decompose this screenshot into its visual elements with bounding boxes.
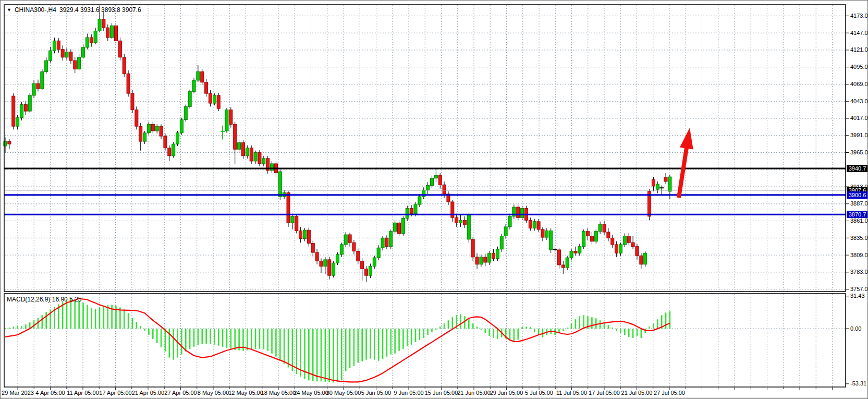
candle-bull	[16, 118, 19, 126]
candle-bear	[611, 238, 614, 245]
candle-bear	[164, 136, 167, 148]
candle-bear	[529, 220, 532, 228]
candle-bear	[201, 72, 204, 82]
time-axis-label: 12 May 05:00	[228, 390, 263, 396]
candle-bear	[205, 82, 208, 93]
candle-bull	[619, 245, 622, 253]
candle-bull	[147, 124, 150, 132]
trading-terminal-window: ▼ CHINA300-,H4 3929.4 3931.6 3893.8 3907…	[0, 0, 868, 399]
candle-bull	[85, 38, 89, 47]
candle-bull	[180, 120, 183, 133]
candle-bull	[623, 236, 626, 245]
macd-name: MACD(12,26,9)	[7, 296, 50, 303]
candle-bear	[398, 223, 401, 233]
candle-bear	[69, 52, 72, 61]
candle-bull	[41, 72, 44, 89]
candle-bear	[541, 229, 544, 237]
candle-bull	[401, 219, 405, 234]
symbol-dropdown-icon[interactable]: ▼	[7, 8, 11, 13]
candle-bull	[225, 110, 228, 131]
candle-bull	[496, 249, 499, 259]
candle-bull	[369, 266, 372, 275]
candle-bull	[594, 232, 597, 241]
candle-bear	[561, 265, 565, 268]
candle-bear	[287, 192, 290, 223]
candle-bull	[53, 41, 56, 51]
candle-bear	[438, 176, 442, 185]
price-axis-label: 3887.0	[850, 200, 868, 207]
panel-frames	[4, 5, 849, 390]
candle-bull	[32, 83, 35, 95]
candle-bull	[155, 126, 158, 131]
candle-bear	[36, 83, 40, 89]
candle-bear	[631, 243, 634, 247]
candle-bear	[410, 209, 413, 214]
candle-bear	[307, 230, 310, 243]
candle-bear	[615, 245, 618, 253]
symbol-period-label: CHINA300-,H4	[15, 6, 56, 14]
candle-bear	[443, 185, 446, 194]
candle-bull	[521, 209, 524, 218]
candle-bear	[118, 41, 121, 57]
time-axis-label: 24 May 05:00	[294, 390, 328, 396]
candle-bear	[627, 236, 630, 243]
candle-bear	[315, 252, 319, 261]
candle-bull	[418, 197, 421, 204]
candle-bull	[533, 222, 536, 228]
candle-bull	[582, 232, 585, 247]
candle-bear	[607, 232, 610, 238]
candle-bear	[74, 61, 77, 69]
price-axis-label: 4043.0	[850, 98, 868, 104]
time-axis-label: 21 Jun 05:00	[457, 390, 491, 396]
price-axis-label: 4173.0	[850, 13, 868, 19]
candle-bull	[500, 236, 503, 249]
candle-bear	[590, 236, 593, 241]
candle-bear	[557, 250, 560, 265]
candle-bear	[61, 50, 64, 57]
candle-bull	[184, 106, 187, 119]
candle-bear	[106, 28, 109, 38]
time-axis-label: 21 Apr 05:00	[132, 390, 164, 396]
price-axis-label: 3783.0	[850, 269, 868, 275]
candle-bull	[480, 257, 483, 264]
candle-bull	[254, 153, 257, 161]
candle-bull	[406, 209, 409, 219]
candle-bull	[373, 258, 376, 266]
candle-bull	[549, 231, 553, 250]
price-axis-label: 3991.0	[850, 132, 868, 138]
candle-bull	[459, 220, 462, 223]
candle-bull	[467, 215, 470, 239]
trend-arrow[interactable]	[679, 128, 693, 198]
candle-bear	[241, 143, 244, 156]
candle-bull	[656, 184, 659, 189]
time-axis-label: 27 Apr 05:00	[164, 390, 197, 396]
candle-bull	[324, 260, 327, 267]
candle-bear	[139, 126, 142, 141]
candle-bull	[504, 227, 507, 236]
candle-bull	[598, 224, 602, 232]
candle-bear	[348, 235, 351, 243]
candle-bull	[94, 31, 97, 43]
time-axis-label: 27 Jul 05:00	[654, 390, 685, 396]
candle-bear	[603, 224, 606, 232]
candle-bull	[213, 95, 216, 103]
macd-axis-label: 0.00	[850, 325, 861, 332]
candle-bear	[258, 153, 261, 164]
candle-bear	[475, 257, 479, 264]
candle-bull	[291, 216, 294, 223]
candle-bear	[463, 220, 466, 225]
time-axis-label: 11 Apr 05:00	[67, 390, 99, 396]
candle-bear	[365, 269, 368, 276]
candle-bear	[135, 110, 138, 127]
candle-bull	[143, 133, 146, 141]
candle-bull	[303, 230, 307, 238]
candle-bear	[151, 124, 154, 131]
price-axis-label: 3757.0	[850, 286, 868, 292]
candle-bear	[492, 253, 495, 258]
candle-bull	[262, 159, 265, 164]
candle-bear	[574, 251, 577, 253]
chart-canvas[interactable]	[1, 1, 868, 399]
candle-bear	[484, 257, 487, 262]
candle-bear	[361, 261, 364, 269]
candle-bear	[127, 74, 130, 93]
